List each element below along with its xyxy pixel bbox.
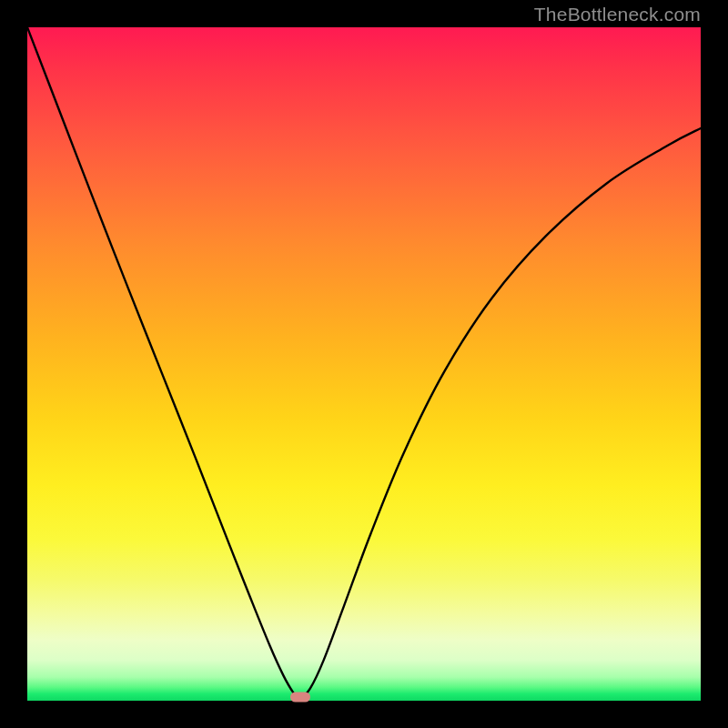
- plot-area: [27, 27, 701, 701]
- watermark-text: TheBottleneck.com: [534, 4, 701, 25]
- curve-left-branch: [27, 27, 300, 700]
- curve-layer: [27, 27, 701, 701]
- minimum-marker: [290, 692, 310, 702]
- chart-frame: TheBottleneck.com: [0, 0, 728, 728]
- curve-right-branch: [300, 128, 701, 700]
